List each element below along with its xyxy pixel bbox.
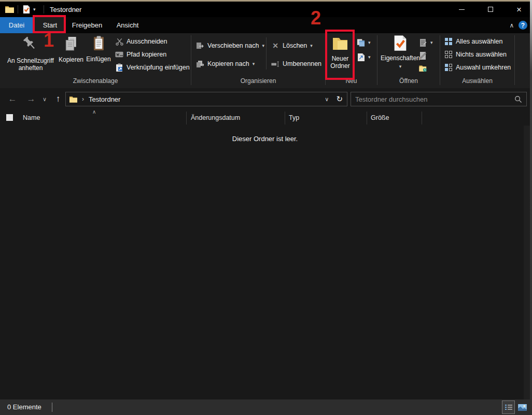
paste-button[interactable]: Einfügen (85, 34, 113, 77)
group-label-clipboard: Zwischenablage (0, 77, 191, 85)
paste-icon (93, 36, 105, 52)
select-all-label: Alles auswählen (456, 38, 502, 45)
statusbar: 0 Elemente (0, 399, 530, 415)
properties-button[interactable]: Eigenschaften ▾ (381, 34, 420, 77)
tab-file[interactable]: Datei (0, 17, 33, 33)
invert-selection-icon (445, 64, 453, 72)
paste-shortcut-icon (115, 63, 123, 72)
history-icon (419, 64, 427, 73)
breadcrumb-path[interactable]: Testordner (89, 95, 120, 103)
column-header-date-modified[interactable]: Änderungsdatum (191, 114, 240, 121)
column-header-size[interactable]: Größe (371, 114, 389, 121)
move-to-button[interactable]: Verschieben nach ▾ (196, 39, 264, 52)
properties-icon (394, 35, 407, 52)
invert-selection-label: Auswahl umkehren (456, 64, 511, 71)
refresh-icon[interactable]: ↻ (336, 94, 343, 104)
qat-properties-icon[interactable] (23, 2, 30, 17)
breadcrumb-chevron-icon: › (82, 95, 84, 103)
chevron-down-icon: ▾ (253, 61, 255, 66)
address-bar[interactable]: › Testordner ∨ ↻ (65, 92, 347, 106)
file-list-area[interactable]: Dieser Ordner ist leer. (0, 126, 530, 399)
item-count: 0 Elemente (7, 403, 41, 411)
cut-button[interactable]: Ausschneiden (115, 35, 167, 48)
file-list-header: Name ∧ Änderungsdatum Typ Größe (0, 110, 530, 126)
recent-locations-dropdown[interactable]: ∨ (39, 92, 50, 106)
invert-selection-button[interactable]: Auswahl umkehren (445, 61, 511, 74)
delete-label: Löschen (283, 42, 307, 49)
history-button[interactable] (419, 62, 427, 75)
select-all-button[interactable]: Alles auswählen (445, 35, 502, 48)
select-all-checkbox[interactable] (6, 114, 13, 121)
details-view-button[interactable] (502, 400, 515, 414)
empty-folder-message: Dieser Ordner ist leer. (0, 135, 530, 143)
copy-to-label: Kopieren nach (207, 60, 249, 67)
tab-share[interactable]: Freigeben (69, 17, 105, 33)
column-header-name[interactable]: Name (23, 114, 40, 121)
help-button[interactable]: ? (519, 21, 527, 30)
copy-to-icon (196, 60, 204, 68)
copy-path-button[interactable]: Pfad kopieren (115, 48, 166, 61)
ribbon: An Schnellzugriff anheften Kopieren Einf… (0, 33, 530, 88)
copy-path-icon (115, 50, 123, 59)
group-label-organize: Organisieren (191, 77, 325, 85)
up-button[interactable]: ↑ (51, 92, 65, 106)
collapse-ribbon-button[interactable]: ∧ (506, 17, 517, 33)
column-divider[interactable] (422, 112, 422, 125)
group-divider (514, 35, 515, 85)
chevron-down-icon: ▾ (430, 40, 433, 45)
paste-shortcut-label: Verknüpfung einfügen (127, 64, 190, 71)
forward-button[interactable]: → (24, 92, 38, 106)
select-none-label: Nichts auswählen (456, 51, 507, 58)
paste-shortcut-button[interactable]: Verknüpfung einfügen (115, 61, 190, 74)
search-input[interactable] (351, 95, 514, 103)
sort-ascending-icon: ∧ (92, 109, 96, 115)
chevron-down-icon: ▾ (310, 43, 313, 48)
search-icon[interactable] (514, 95, 522, 103)
open-icon (419, 38, 427, 47)
copy-button[interactable]: Kopieren (58, 34, 84, 77)
rename-button[interactable]: Umbenennen (271, 58, 321, 70)
open-button[interactable]: ▾ (419, 36, 433, 49)
chevron-down-icon: ▾ (368, 54, 371, 60)
edit-button[interactable] (419, 49, 427, 62)
annotation-box-new-folder (325, 30, 355, 80)
column-divider[interactable] (367, 112, 367, 125)
copy-icon (65, 36, 77, 52)
column-divider[interactable] (285, 112, 285, 125)
chevron-down-icon: ▾ (399, 63, 402, 70)
move-to-icon (196, 42, 204, 50)
paste-label: Einfügen (86, 56, 110, 63)
group-label-select: Auswählen (440, 77, 514, 85)
easy-access-icon (357, 53, 365, 61)
annotation-number-1: 1 (44, 31, 54, 50)
back-button[interactable]: ← (5, 92, 20, 106)
subgroup-divider (266, 37, 267, 70)
address-dropdown-icon[interactable]: ∨ (325, 96, 329, 103)
select-none-button[interactable]: Nichts auswählen (445, 48, 507, 61)
new-item-button[interactable]: ▾ (357, 36, 371, 49)
chevron-down-icon: ▾ (262, 43, 264, 48)
close-button[interactable]: × (508, 2, 530, 17)
file-explorer-window: ▾ Testordner × Datei Start Freigeben Ans… (0, 0, 532, 415)
column-header-type[interactable]: Typ (289, 114, 299, 121)
maximize-button[interactable] (479, 2, 502, 17)
select-none-icon (445, 51, 453, 59)
tab-view[interactable]: Ansicht (110, 17, 145, 33)
rename-label: Umbenennen (283, 60, 321, 67)
delete-button[interactable]: ✕ Löschen ▾ (271, 39, 313, 52)
easy-access-button[interactable]: ▾ (357, 51, 371, 63)
window-title: Testordner (50, 6, 81, 13)
scrollbar[interactable] (524, 126, 530, 399)
titlebar: ▾ Testordner × (0, 2, 530, 17)
select-all-icon (445, 38, 453, 46)
delete-x-icon: ✕ (271, 42, 279, 50)
thumbnail-view-button[interactable] (516, 400, 529, 414)
copy-path-label: Pfad kopieren (127, 51, 166, 58)
maximize-icon (488, 7, 493, 12)
minimize-button[interactable] (450, 2, 473, 17)
chevron-down-icon: ▾ (368, 40, 371, 45)
column-divider[interactable] (186, 112, 187, 125)
search-box[interactable] (351, 92, 527, 106)
app-folder-icon (5, 2, 14, 17)
copy-to-button[interactable]: Kopieren nach ▾ (196, 58, 255, 70)
